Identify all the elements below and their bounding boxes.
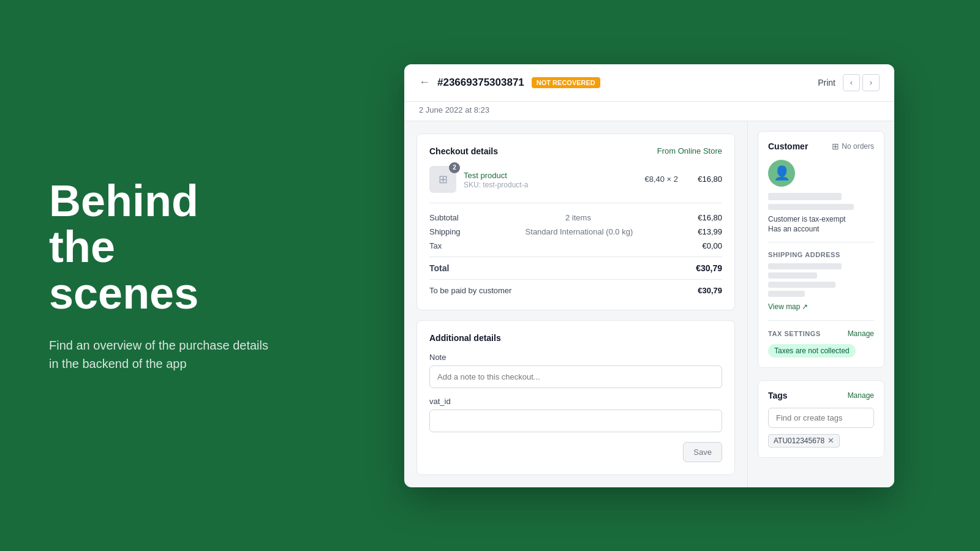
customer-avatar: 👤 xyxy=(768,160,795,187)
tax-manage-link[interactable]: Manage xyxy=(848,329,874,338)
note-label: Note xyxy=(429,353,722,362)
modal-header: ← #23669375303871 Not Recovered Print ‹ … xyxy=(404,64,894,102)
tag-list: ATU012345678 ✕ xyxy=(768,434,874,448)
subtotal-row: Subtotal 2 items €16,80 xyxy=(429,211,722,225)
sidebar: Customer ⊞ No orders 👤 Customer is tax-e… xyxy=(747,121,894,487)
tags-header: Tags Manage xyxy=(768,391,874,400)
to-pay-row: To be paid by customer €30,79 xyxy=(429,279,722,298)
vat-input[interactable]: ATU012345678 xyxy=(429,410,722,432)
address-line-3 xyxy=(768,282,835,288)
right-panel: ← #23669375303871 Not Recovered Print ‹ … xyxy=(318,52,980,500)
product-row: ⊞ 2 Test product SKU: test-product-a €8,… xyxy=(429,166,722,193)
tag-remove-button[interactable]: ✕ xyxy=(827,437,834,444)
tags-manage-link[interactable]: Manage xyxy=(848,391,874,400)
order-id: #23669375303871 xyxy=(437,77,524,89)
product-sku: SKU: test-product-a xyxy=(464,181,637,189)
shipping-row: Shipping Standard International (0.0 kg)… xyxy=(429,225,722,239)
tag-item: ATU012345678 ✕ xyxy=(768,434,840,448)
view-map-link[interactable]: View map ↗ xyxy=(768,302,808,311)
shipping-address-title: SHIPPING ADDRESS xyxy=(768,251,874,258)
tags-input[interactable] xyxy=(768,408,874,428)
status-badge: Not Recovered xyxy=(532,77,600,88)
product-unit-price: €8,40 × 2 xyxy=(644,174,678,184)
product-total: €16,80 xyxy=(685,174,722,184)
tax-settings-title: TAX SETTINGS xyxy=(768,330,821,337)
address-line-4 xyxy=(768,291,805,297)
note-input[interactable] xyxy=(429,365,722,388)
product-image: ⊞ 2 xyxy=(429,166,456,193)
checkout-title: Checkout details From Online Store xyxy=(429,146,722,156)
tax-badge: Taxes are not collected xyxy=(768,344,856,358)
back-button[interactable]: ← xyxy=(419,76,430,89)
customer-has-account: Has an account xyxy=(768,225,874,233)
from-source: From Online Store xyxy=(657,146,722,156)
header-right: Print ‹ › xyxy=(818,74,880,91)
product-info: Test product SKU: test-product-a xyxy=(464,170,637,189)
save-button[interactable]: Save xyxy=(683,442,722,462)
main-content: Checkout details From Online Store ⊞ 2 T… xyxy=(404,121,747,487)
product-quantity-badge: 2 xyxy=(449,162,460,173)
modal-body: Checkout details From Online Store ⊞ 2 T… xyxy=(404,121,894,487)
order-modal: ← #23669375303871 Not Recovered Print ‹ … xyxy=(404,64,894,487)
address-line-1 xyxy=(768,263,842,269)
tags-section: Tags Manage ATU012345678 ✕ xyxy=(758,380,884,458)
product-name[interactable]: Test product xyxy=(464,171,507,180)
description: Find an overview of the purchase details… xyxy=(49,336,270,373)
customer-email-blurred xyxy=(768,204,854,210)
tax-settings-header: TAX SETTINGS Manage xyxy=(768,329,874,338)
next-button[interactable]: › xyxy=(862,74,880,91)
checkout-card: Checkout details From Online Store ⊞ 2 T… xyxy=(417,133,735,310)
external-link-icon: ↗ xyxy=(802,302,808,311)
customer-section: Customer ⊞ No orders 👤 Customer is tax-e… xyxy=(758,131,884,368)
headline: Behind the scenes xyxy=(49,178,270,317)
vat-label: vat_id xyxy=(429,397,722,406)
header-left: ← #23669375303871 Not Recovered xyxy=(419,76,600,89)
total-row: Total €30,79 xyxy=(429,257,722,276)
image-icon: ⊞ xyxy=(439,173,448,186)
additional-card: Additional details Note vat_id ATU012345… xyxy=(417,320,735,475)
no-orders: ⊞ No orders xyxy=(832,141,874,151)
prev-button[interactable]: ‹ xyxy=(843,74,860,91)
left-panel: Behind the scenes Find an overview of th… xyxy=(0,141,318,410)
avatar-icon: 👤 xyxy=(774,165,790,181)
additional-title: Additional details xyxy=(429,333,722,343)
customer-tax-exempt: Customer is tax-exempt xyxy=(768,215,874,223)
nav-buttons: ‹ › xyxy=(843,74,880,91)
address-line-2 xyxy=(768,272,817,279)
customer-name-blurred xyxy=(768,193,842,200)
print-button[interactable]: Print xyxy=(818,78,835,88)
customer-header: Customer ⊞ No orders xyxy=(768,141,874,151)
customer-title: Customer xyxy=(768,141,808,151)
tags-title: Tags xyxy=(768,391,788,400)
tax-row: Tax €0,00 xyxy=(429,239,722,253)
order-date: 2 June 2022 at 8:23 xyxy=(404,102,894,121)
